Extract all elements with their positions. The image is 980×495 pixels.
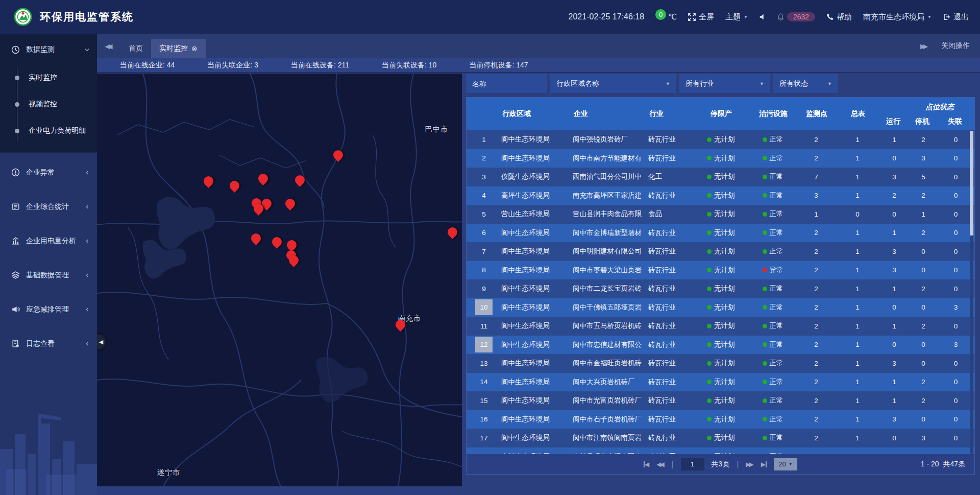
- cell-stop-status: 无计划: [692, 247, 749, 256]
- table-row[interactable]: 3仪陇生态环境局西南油气田分公司川中化工无计划正常71350: [467, 168, 974, 186]
- cell-meter-count: 1: [836, 397, 879, 405]
- table-row[interactable]: 7阆中生态环境局阆中明阳建材有限公司砖瓦行业无计划正常21300: [467, 242, 974, 261]
- cell-halt-count: 0: [910, 248, 937, 255]
- table-row[interactable]: 5营山生态环境局营山县润丰肉食品有限食品无计划正常10010: [467, 205, 974, 224]
- sidebar-item-log-view[interactable]: 日志查看: [0, 329, 97, 358]
- col-facility: 治污设施: [749, 109, 796, 119]
- status-dot-green: [707, 193, 712, 198]
- speaker-icon: [759, 13, 766, 20]
- cell-stop-status: 无计划: [692, 266, 749, 275]
- cityscape-decoration: [0, 403, 97, 495]
- tab-realtime[interactable]: 实时监控⊗: [151, 39, 206, 58]
- org-dropdown[interactable]: 南充市生态环境局▼: [863, 12, 932, 22]
- tabs-scroll-left-icon[interactable]: ◀◀: [97, 34, 120, 58]
- cell-industry: 砖瓦行业: [648, 340, 692, 349]
- chevron-left-icon: ◀: [99, 339, 103, 345]
- sidebar-item-power-analysis[interactable]: 企业用电量分析: [0, 226, 97, 255]
- table-row[interactable]: 14阆中生态环境局阆中大兴页岩机砖厂砖瓦行业无计划正常21120: [467, 373, 974, 392]
- sidebar: 数据监测实时监控视频监控企业电力负荷明细企业异常企业综合统计企业用电量分析基础数…: [0, 34, 97, 495]
- cell-facility-status: 正常: [749, 378, 796, 387]
- fullscreen-button[interactable]: 全屏: [688, 12, 714, 22]
- table-row[interactable]: 15阆中生态环境局阆中市光富页岩机砖厂砖瓦行业无计划正常21120: [467, 391, 974, 410]
- next-page-button[interactable]: ▶▶: [746, 461, 753, 468]
- voice-mute-button[interactable]: [759, 13, 766, 20]
- first-page-button[interactable]: ◀: [644, 461, 649, 468]
- tab-close-icon[interactable]: ⊗: [191, 44, 198, 53]
- row-index: 8: [467, 266, 501, 274]
- cell-lost-count: 0: [937, 397, 974, 405]
- last-page-button[interactable]: ▶: [761, 461, 767, 468]
- table-row[interactable]: 11阆中生态环境局阆中市五马桥页岩机砖砖瓦行业无计划正常21120: [467, 317, 974, 336]
- temperature-unit: ℃: [668, 12, 677, 21]
- cell-region: 仪陇生态环境局: [501, 172, 573, 181]
- layers-icon: [11, 271, 20, 279]
- col-meter: 总表: [836, 109, 879, 119]
- table-row[interactable]: 6阆中生态环境局阆中市金博瑞新型墙材砖瓦行业无计划正常21120: [467, 224, 974, 243]
- region-filter-select[interactable]: 行政区域名称▼: [550, 74, 676, 93]
- table-body: 1阆中生态环境局阆中强锐页岩砖厂砖瓦行业无计划正常211202阆中生态环境局阆中…: [467, 130, 974, 455]
- status-dot-green: [763, 417, 767, 421]
- sidebar-item-realtime-monitor[interactable]: 实时监控: [0, 64, 97, 91]
- table-row[interactable]: 16阆中生态环境局阆中市石子页岩机砖厂砖瓦行业无计划正常21300: [467, 410, 974, 429]
- status-dot-green: [763, 305, 767, 310]
- sidebar-group-enterprise-statistics: 企业综合统计: [0, 187, 97, 221]
- cell-industry: 食品: [648, 209, 692, 219]
- cell-company: 阆中市五马桥页岩机砖: [573, 321, 648, 331]
- logout-button[interactable]: 退出: [943, 12, 969, 22]
- cell-stop-status: 无计划: [692, 228, 749, 238]
- close-operations-button[interactable]: 关闭操作: [941, 41, 970, 51]
- cell-region: 营山生态环境局: [501, 209, 573, 219]
- table-row[interactable]: 17阆中生态环境局阆中市江南镇阆南页岩砖瓦行业无计划正常21030: [467, 429, 974, 447]
- cell-region: 阆中生态环境局: [501, 378, 573, 387]
- status-dot-green: [707, 156, 712, 160]
- tab-home[interactable]: 首页: [120, 39, 151, 58]
- name-filter-input[interactable]: [466, 74, 547, 93]
- cell-company: 阆中市二龙长宝页岩砖: [573, 284, 648, 293]
- status-text: 无计划: [714, 266, 735, 275]
- page-size-select[interactable]: 20▼: [774, 458, 797, 470]
- table-row[interactable]: 9阆中生态环境局阆中市二龙长宝页岩砖砖瓦行业无计划正常21120: [467, 279, 974, 298]
- sidebar-item-base-data[interactable]: 基础数据管理: [0, 261, 97, 290]
- prev-page-button[interactable]: ◀◀: [656, 461, 664, 468]
- scrollbar-thumb[interactable]: [970, 131, 973, 235]
- notification-badge[interactable]: 2632: [777, 12, 815, 21]
- chevron-down-icon: ▼: [927, 15, 932, 19]
- table-row[interactable]: 8阆中生态环境局阆中市枣碧大梁山页岩砖瓦行业无计划异常21300: [467, 261, 974, 280]
- sidebar-item-enterprise-statistics[interactable]: 企业综合统计: [0, 192, 97, 221]
- page-number-input[interactable]: [681, 458, 704, 470]
- tab-label: 实时监控: [159, 44, 188, 53]
- sidebar-item-enterprise-abnormal[interactable]: 企业异常: [0, 158, 97, 187]
- table-scrollbar[interactable]: [970, 131, 973, 455]
- status-text: 正常: [770, 303, 783, 312]
- tabs-scroll-right-icon[interactable]: ▶▶: [920, 42, 928, 50]
- point-status-subcolumns: 运行 停机 失联: [878, 117, 974, 126]
- cell-meter-count: 1: [836, 285, 879, 293]
- sidebar-item-video-monitor[interactable]: 视频监控: [0, 91, 97, 117]
- fullscreen-icon: [688, 13, 696, 21]
- cell-company: 阆中强锐页岩砖厂: [573, 135, 648, 144]
- table-row[interactable]: 10阆中生态环境局阆中千佛镇五郎垭页岩砖瓦行业无计划正常21003: [467, 298, 974, 317]
- cell-run-count: 1: [879, 136, 910, 144]
- status-text: 无计划: [714, 247, 735, 256]
- table-row[interactable]: 4高坪生态环境局南充市高坪区王家店建砖瓦行业无计划正常31220: [467, 186, 974, 205]
- theme-dropdown[interactable]: 主题▼: [725, 12, 748, 22]
- table-row[interactable]: 12阆中生态环境局阆中市忠信建材有限公砖瓦行业无计划正常21003: [467, 336, 974, 355]
- sidebar-item-power-load-detail[interactable]: 企业电力负荷明细: [0, 117, 97, 144]
- sidebar-item-emergency-reduction[interactable]: 应急减排管理: [0, 295, 97, 324]
- table-row[interactable]: 2阆中生态环境局阆中市南方节能建材有砖瓦行业无计划正常21030: [467, 149, 974, 168]
- cell-meter-count: 1: [836, 266, 879, 274]
- help-button[interactable]: 帮助: [826, 12, 852, 22]
- cell-monitor-count: 2: [796, 415, 836, 423]
- cell-meter-count: 1: [836, 154, 879, 162]
- sidebar-item-data-monitor[interactable]: 数据监测: [0, 38, 97, 61]
- map-panel[interactable]: 巴中市南充市遂宁市 ◀: [97, 74, 462, 486]
- status-filter-select[interactable]: 所有状态▼: [773, 74, 838, 93]
- cell-stop-status: 无计划: [692, 340, 749, 349]
- table-row[interactable]: 13阆中生态环境局阆中市金福旺页岩机砖砖瓦行业无计划正常21300: [467, 354, 974, 373]
- cell-run-count: 0: [879, 434, 910, 442]
- cell-facility-status: 异常: [749, 266, 796, 275]
- cell-stop-status: 无计划: [692, 378, 749, 387]
- cell-halt-count: 3: [910, 154, 937, 162]
- industry-filter-select[interactable]: 所有行业▼: [679, 74, 770, 93]
- table-row[interactable]: 1阆中生态环境局阆中强锐页岩砖厂砖瓦行业无计划正常21120: [467, 130, 974, 149]
